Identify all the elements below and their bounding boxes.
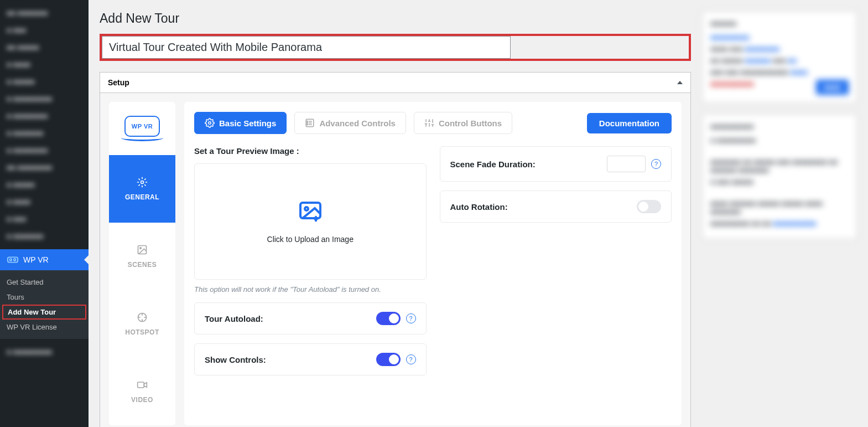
tour-title-input[interactable] <box>102 36 511 59</box>
svg-point-3 <box>141 181 144 184</box>
setup-panel-header[interactable]: Setup <box>100 73 690 93</box>
option-auto-rotation: Auto Rotation: <box>440 191 672 223</box>
show-controls-toggle[interactable] <box>376 353 401 366</box>
vtab-hotspot-label: HOTSPOT <box>125 328 159 336</box>
upload-hint: Click to Upload an Image <box>267 235 354 244</box>
wpvr-logo: WP VR <box>109 102 175 155</box>
preview-image-label: Set a Tour Preview Image : <box>194 146 427 156</box>
submenu-get-started[interactable]: Get Started <box>0 275 89 290</box>
svg-point-1 <box>10 259 12 261</box>
svg-point-18 <box>307 122 308 124</box>
video-icon <box>137 379 148 390</box>
collapse-icon <box>677 81 683 84</box>
svg-point-30 <box>305 207 308 210</box>
vertical-tabs: WP VR GENERAL <box>109 102 175 425</box>
option-tour-autoload: Tour Autoload: ? <box>194 302 427 335</box>
htab-basic-settings[interactable]: Basic Settings <box>194 112 287 134</box>
htab-advanced-label: Advanced Controls <box>319 119 396 128</box>
show-controls-label: Show Controls: <box>205 355 266 364</box>
htab-control-buttons-label: Control Buttons <box>439 119 502 128</box>
sliders-icon <box>424 118 434 128</box>
vtab-scenes-label: SCENES <box>128 261 157 269</box>
htab-basic-label: Basic Settings <box>219 119 276 128</box>
wp-admin-sidebar: ■■ ■■■■■■■ ■ ■■■ ■■ ■■■■■ ■ ■■■■ ■ ■■■■■… <box>0 0 89 427</box>
gear-icon <box>205 118 215 128</box>
submenu-tours[interactable]: Tours <box>0 290 89 305</box>
horizontal-tabs: Basic Settings Advanced Controls <box>194 112 672 134</box>
option-scene-fade: Scene Fade Duration: ? <box>440 146 672 182</box>
wpvr-badge: WP VR <box>124 116 160 137</box>
publish-sidebar-blurred: ■■■■■■ ■■■■■■■■■ ■■■■ ■■■ ■■■■■■■■ ■■ ■■… <box>702 11 857 416</box>
editor-column: Add New Tour Setup WP VR <box>100 11 691 416</box>
gear-icon <box>137 177 148 188</box>
setup-body: WP VR GENERAL <box>100 93 690 427</box>
vtab-hotspot[interactable]: HOTSPOT <box>109 290 175 358</box>
htab-control-buttons[interactable]: Control Buttons <box>414 112 512 134</box>
vtab-scenes[interactable]: SCENES <box>109 223 175 290</box>
svg-point-19 <box>307 124 308 125</box>
tour-autoload-toggle[interactable] <box>376 312 401 325</box>
title-input-highlight <box>100 34 691 61</box>
scene-fade-input[interactable] <box>607 156 646 172</box>
vtab-general-label: GENERAL <box>125 193 159 201</box>
settings-right-col: Scene Fade Duration: ? Auto Rotation: <box>440 146 672 375</box>
help-icon[interactable]: ? <box>651 159 661 169</box>
image-upload-icon <box>297 199 324 226</box>
checklist-icon <box>305 118 315 128</box>
svg-point-2 <box>14 259 16 261</box>
svg-point-5 <box>140 248 142 249</box>
svg-point-12 <box>209 122 211 125</box>
main-content: Add New Tour Setup WP VR <box>89 0 868 427</box>
sidebar-item-wpvr[interactable]: WP VR <box>0 249 89 270</box>
setup-panel: Setup WP VR <box>100 72 691 427</box>
svg-point-17 <box>307 121 308 122</box>
submenu-license[interactable]: WP VR License <box>0 320 89 335</box>
image-icon <box>137 244 148 255</box>
vtab-video-label: VIDEO <box>131 396 153 404</box>
help-icon[interactable]: ? <box>406 354 416 364</box>
page-title: Add New Tour <box>100 11 691 26</box>
vtab-video[interactable]: VIDEO <box>109 358 175 425</box>
upload-preview-image[interactable]: Click to Upload an Image <box>194 163 427 280</box>
option-show-controls: Show Controls: ? <box>194 343 427 375</box>
crosshair-icon <box>137 312 148 323</box>
documentation-button[interactable]: Documentation <box>587 113 672 133</box>
sidebar-wpvr-label: WP VR <box>23 255 49 264</box>
auto-rotation-label: Auto Rotation: <box>450 202 508 212</box>
submenu-add-new-tour[interactable]: Add New Tour <box>2 305 86 320</box>
settings-columns: Set a Tour Preview Image : Click to Uplo… <box>194 146 672 375</box>
setup-label: Setup <box>108 78 129 87</box>
htab-advanced-controls[interactable]: Advanced Controls <box>294 112 406 134</box>
scene-fade-label: Scene Fade Duration: <box>450 160 536 169</box>
vtab-general[interactable]: GENERAL <box>109 155 175 223</box>
vr-goggle-icon <box>7 254 19 266</box>
svg-rect-11 <box>138 382 144 388</box>
settings-left-col: Set a Tour Preview Image : Click to Uplo… <box>194 146 427 375</box>
wp-submenu: Get Started Tours Add New Tour WP VR Lic… <box>0 270 89 339</box>
auto-rotation-toggle[interactable] <box>637 200 661 213</box>
settings-area: Basic Settings Advanced Controls <box>184 102 682 425</box>
tour-autoload-label: Tour Autoload: <box>205 314 263 323</box>
help-icon[interactable]: ? <box>406 313 416 323</box>
preview-note: This option will not work if the "Tour A… <box>194 285 427 294</box>
